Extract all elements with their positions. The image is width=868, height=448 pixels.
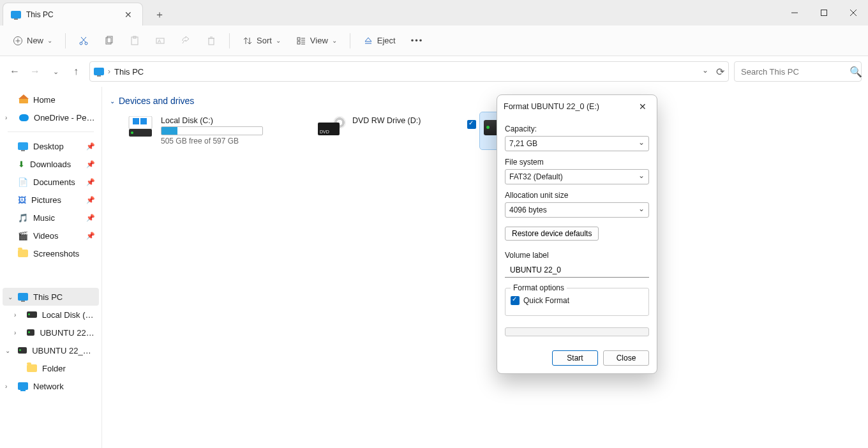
chevron-right-icon[interactable]: › [5,114,7,121]
chevron-down-icon[interactable]: ⌄ [5,347,10,354]
sidebar-item-documents[interactable]: 📄Documents📌 [0,173,101,191]
sidebar-item-onedrive[interactable]: › OneDrive - Persona [0,108,101,126]
allocation-select[interactable]: 4096 bytes [505,202,649,218]
minimize-button[interactable] [780,0,809,26]
search-input[interactable] [740,66,849,77]
svg-point-8 [85,42,87,45]
pc-icon [11,11,21,19]
desktop-icon [18,142,28,150]
pin-icon[interactable]: 📌 [86,214,95,222]
rename-button[interactable]: A [149,32,172,50]
close-button[interactable]: Close [603,350,649,366]
sidebar-item-ubuntu-nested[interactable]: ›UBUNTU 22_0 (E:) [0,324,101,341]
music-icon: 🎵 [18,213,28,223]
paste-button[interactable] [123,32,146,50]
copy-button[interactable] [98,32,121,50]
sidebar-item-label: Network [33,382,64,391]
volume-label-input[interactable] [509,265,645,275]
sort-button[interactable]: Sort ⌄ [236,32,287,50]
filesystem-label: File system [505,158,649,167]
sidebar-item-this-pc[interactable]: ⌄This PC [3,288,99,306]
hdd-icon [126,116,154,138]
back-button[interactable]: ← [6,63,23,80]
cloud-icon [19,114,29,121]
sidebar-item-desktop[interactable]: Desktop📌 [0,137,101,155]
sidebar-item-label: Videos [33,231,59,241]
sidebar-item-network[interactable]: ›Network [0,377,101,395]
sidebar-item-screenshots[interactable]: Screenshots [0,244,101,262]
pin-icon[interactable]: 📌 [86,142,95,151]
sidebar-item-music[interactable]: 🎵Music📌 [0,209,101,227]
drive-name: DVD RW Drive (D:) [352,116,451,125]
capacity-select[interactable]: 7,21 GB [505,136,649,151]
sidebar-item-local-disk[interactable]: ›Local Disk (C:) [0,306,101,324]
new-button[interactable]: New ⌄ [6,32,59,50]
chevron-down-icon[interactable]: ⌄ [702,66,708,78]
svg-rect-21 [297,41,300,44]
cut-button[interactable] [72,32,95,50]
filesystem-select[interactable]: FAT32 (Default) [505,169,649,184]
chevron-down-icon[interactable]: ⌄ [8,294,13,301]
breadcrumb[interactable]: › This PC ⌄ ⟳ [89,61,729,82]
recent-button[interactable]: ⌄ [47,63,64,80]
forward-button[interactable]: → [27,63,43,80]
pin-icon[interactable]: 📌 [86,196,95,204]
sidebar-item-pictures[interactable]: 🖼Pictures📌 [0,191,101,209]
maximize-button[interactable] [809,0,839,26]
section-devices-and-drives[interactable]: ⌄ Devices and drives [107,93,863,112]
sidebar-item-label: UBUNTU 22_0 (E:) [40,328,95,338]
sidebar-item-label: UBUNTU 22_0 (E:) [32,346,95,355]
sidebar-item-label: OneDrive - Persona [34,113,95,123]
chevron-down-icon: ⌄ [276,37,281,44]
close-dialog-button[interactable]: ✕ [635,100,650,113]
chevron-right-icon[interactable]: › [5,383,7,390]
download-icon: ⬇ [18,160,25,169]
start-button[interactable]: Start [552,350,598,366]
share-button[interactable] [174,32,197,50]
filesystem-value: FAT32 (Default) [509,172,563,181]
sidebar-item-home[interactable]: Home [0,91,101,108]
search-box[interactable]: 🔍 [734,61,862,82]
sidebar-item-videos[interactable]: 🎬Videos📌 [0,227,101,244]
pin-icon[interactable]: 📌 [86,160,95,168]
close-tab-icon[interactable]: ✕ [122,8,135,21]
pc-icon [18,293,28,301]
tab-this-pc[interactable]: This PC ✕ [3,3,143,26]
checkbox-checked-icon[interactable] [467,120,476,129]
drive-local-disk-c[interactable]: Local Disk (C:) 505 GB free of 597 GB [123,112,288,149]
sidebar-item-label: This PC [33,292,63,302]
svg-rect-20 [297,38,300,40]
chevron-right-icon[interactable]: › [14,311,16,318]
pin-icon[interactable]: 📌 [86,178,95,186]
sort-icon [243,36,253,46]
format-options-group: Format options Quick Format [505,288,649,316]
view-button[interactable]: View ⌄ [290,32,343,50]
sidebar-item-folder[interactable]: Folder [0,359,101,377]
svg-line-10 [81,37,86,42]
close-window-button[interactable] [839,0,868,26]
drive-icon [18,347,27,354]
nav-arrows: ← → ⌄ ↑ [6,63,84,80]
chevron-right-icon[interactable]: › [14,329,16,336]
crumb-this-pc[interactable]: This PC [114,67,144,77]
more-button[interactable]: ••• [405,32,430,49]
share-icon [181,36,191,46]
delete-button[interactable] [200,32,223,50]
volume-label-label: Volume label [505,251,649,260]
pin-icon[interactable]: 📌 [86,232,95,240]
view-icon [296,36,306,46]
sidebar-item-downloads[interactable]: ⬇Downloads📌 [0,155,101,173]
drive-dvd-d[interactable]: DVD DVD RW Drive (D:) [314,112,454,149]
new-tab-button[interactable]: ＋ [149,4,170,26]
trash-icon [206,36,216,46]
address-bar: ← → ⌄ ↑ › This PC ⌄ ⟳ 🔍 [0,56,868,87]
sidebar-item-ubuntu[interactable]: ⌄UBUNTU 22_0 (E:) [0,341,101,359]
restore-defaults-button[interactable]: Restore device defaults [505,227,599,241]
eject-button[interactable]: Eject [357,32,402,50]
up-button[interactable]: ↑ [68,63,84,80]
sidebar-item-label: Desktop [33,142,64,151]
refresh-button[interactable]: ⟳ [716,66,724,78]
quick-format-checkbox[interactable]: Quick Format [511,296,643,305]
capacity-bar [161,126,263,135]
separator [350,33,350,49]
